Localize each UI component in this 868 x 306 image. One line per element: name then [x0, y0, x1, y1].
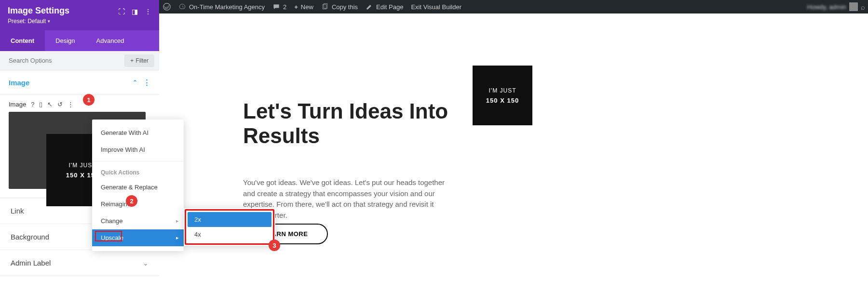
plus-icon: +	[294, 3, 298, 11]
panel-header: Image Settings Preset: Default ▾ ⛶ ◨ ⋮	[0, 0, 159, 30]
upscale-2x[interactable]: 2x	[188, 212, 271, 227]
section-admin-label[interactable]: Admin Label ⌄	[0, 250, 159, 276]
more-dots-icon[interactable]: ⋮	[68, 101, 74, 108]
annotation-badge-1: 1	[83, 94, 95, 106]
more-icon[interactable]: ⋮	[145, 8, 151, 15]
wp-admin-bar: On-Time Marketing Agency 2 + New Copy th…	[159, 0, 868, 13]
page-headline: Let's Turn Ideas Into Results	[243, 99, 465, 148]
tab-design[interactable]: Design	[45, 30, 85, 51]
panel-title: Image Settings	[8, 6, 118, 16]
user-account[interactable]: Howdy, admin	[807, 2, 858, 11]
new-label: New	[301, 3, 313, 11]
comments-link[interactable]: 2	[269, 3, 290, 11]
copy-icon	[321, 3, 329, 11]
dd-separator	[92, 161, 184, 161]
user-greeting: Howdy, admin	[807, 3, 846, 11]
mobile-icon[interactable]: ▯	[39, 101, 42, 108]
dd-upscale-label: Upscale	[101, 234, 123, 241]
preset-selector[interactable]: Preset: Default ▾	[8, 18, 118, 25]
pencil-icon	[366, 3, 373, 11]
preset-label: Preset: Default	[8, 18, 46, 25]
help-icon[interactable]: ?	[31, 101, 34, 108]
section-admin-label-text: Admin Label	[11, 259, 51, 267]
search-input[interactable]	[0, 51, 124, 70]
page-canvas: I'M JUST 150 X 150 Let's Turn Ideas Into…	[159, 13, 868, 306]
search-row: + Filter	[0, 51, 159, 70]
upscale-4x[interactable]: 4x	[188, 227, 271, 242]
dashboard-icon	[178, 3, 186, 11]
annotation-badge-3: 3	[269, 239, 280, 251]
panel-tabs: Content Design Advanced	[0, 30, 159, 51]
wp-logo[interactable]	[159, 3, 175, 11]
dd-generate-replace[interactable]: Generate & Replace	[92, 179, 184, 196]
copy-label: Copy this	[332, 3, 358, 11]
comment-icon	[272, 3, 280, 11]
hero-image-dim: 150 X 150	[486, 97, 519, 104]
dd-reimagine[interactable]: Reimagine	[92, 196, 184, 213]
chevron-up-icon[interactable]: ⌃	[133, 79, 137, 86]
expand-icon[interactable]: ⛶	[118, 8, 125, 15]
section-image-label: Image	[9, 79, 29, 87]
hero-image-text: I'M JUST	[489, 87, 516, 94]
annotation-badge-2: 2	[126, 195, 137, 207]
plus-icon: +	[130, 57, 134, 64]
upscale-submenu: 2x 4x	[184, 208, 275, 246]
ai-dropdown: Generate With AI Improve With AI Quick A…	[92, 120, 184, 251]
image-field-label: Image	[9, 101, 26, 108]
wordpress-icon	[163, 3, 171, 11]
chevron-down-icon: ⌄	[143, 259, 149, 267]
dd-quick-actions-header: Quick Actions	[92, 164, 184, 179]
reset-icon[interactable]: ↺	[57, 101, 63, 108]
avatar	[849, 2, 858, 11]
comments-count: 2	[283, 3, 286, 11]
search-icon[interactable]: ⌕	[861, 3, 865, 11]
hero-image[interactable]: I'M JUST 150 X 150	[473, 66, 532, 125]
dd-upscale[interactable]: Upscale	[92, 229, 184, 246]
section-more-icon[interactable]: ⋮	[143, 78, 150, 87]
filter-label: Filter	[136, 57, 149, 64]
dd-change[interactable]: Change	[92, 213, 184, 229]
tab-content[interactable]: Content	[0, 30, 45, 51]
section-image-header[interactable]: Image ⌃ ⋮	[0, 70, 159, 95]
edit-page[interactable]: Edit Page	[362, 3, 407, 11]
site-name-text: On-Time Marketing Agency	[189, 3, 265, 11]
copy-this[interactable]: Copy this	[317, 3, 362, 11]
dd-generate-ai[interactable]: Generate With AI	[92, 124, 184, 141]
exit-vb-label: Exit Visual Builder	[411, 3, 461, 11]
edit-page-label: Edit Page	[376, 3, 403, 11]
site-name[interactable]: On-Time Marketing Agency	[175, 3, 269, 11]
section-background-label: Background	[11, 233, 49, 241]
section-link-label: Link	[11, 207, 24, 215]
caret-down-icon: ▾	[48, 19, 50, 24]
exit-visual-builder[interactable]: Exit Visual Builder	[407, 3, 465, 11]
dock-icon[interactable]: ◨	[132, 8, 138, 15]
hover-icon[interactable]: ↖	[47, 101, 53, 108]
dd-improve-ai[interactable]: Improve With AI	[92, 141, 184, 158]
tab-advanced[interactable]: Advanced	[86, 30, 135, 51]
new-content[interactable]: + New	[290, 3, 317, 11]
filter-button[interactable]: + Filter	[124, 54, 154, 67]
